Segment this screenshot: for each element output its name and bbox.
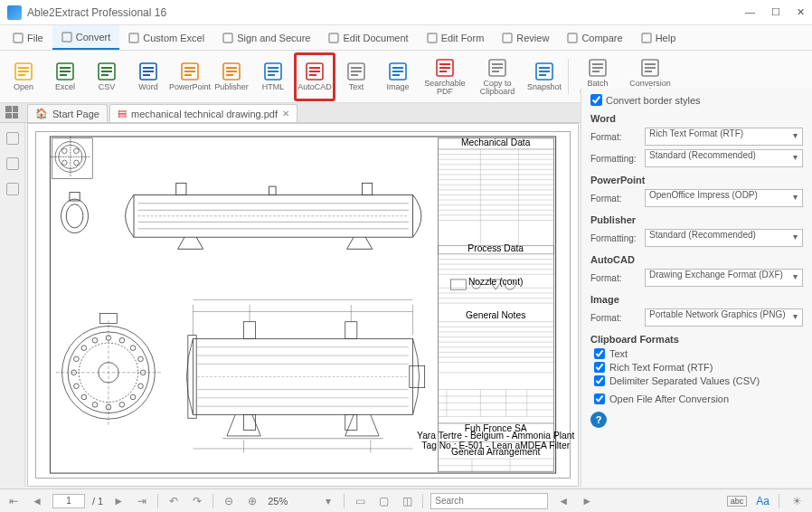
menu-edit-document[interactable]: Edit Document	[319, 25, 417, 50]
autocad-button[interactable]: AutoCAD	[295, 53, 335, 100]
search-next-button[interactable]: ►	[579, 493, 595, 509]
clipboard-delimiter-separated-values-csv--checkbox[interactable]: Delimiter Separated Values (CSV)	[590, 375, 803, 386]
page-number-field[interactable]	[52, 494, 85, 508]
menu-convert[interactable]: Convert	[52, 25, 120, 50]
open-button[interactable]: Open	[4, 53, 43, 100]
svg-rect-1	[62, 33, 71, 42]
svg-rect-26	[184, 67, 195, 69]
image-button[interactable]: Image	[378, 53, 418, 100]
word-button[interactable]: Word	[128, 53, 168, 100]
theme-toggle-icon[interactable]: ☀	[788, 493, 805, 509]
help-icon[interactable]: ?	[590, 412, 607, 428]
svg-rect-60	[539, 74, 546, 76]
attachment-panel-icon[interactable]	[6, 183, 19, 195]
svg-rect-12	[18, 74, 25, 76]
menu-custom-excel[interactable]: Custom Excel	[119, 25, 213, 50]
fit-page-button[interactable]: ▢	[375, 493, 392, 509]
close-button[interactable]: ✕	[797, 6, 805, 18]
grid-view-icon[interactable]	[5, 106, 18, 119]
powerpoint-format-select[interactable]: OpenOffice Impress (ODP)	[645, 189, 803, 207]
menu-review[interactable]: Review	[493, 25, 558, 50]
bookmark-panel-icon[interactable]	[6, 157, 19, 170]
word-format-select[interactable]: Rich Text Format (RTF)	[645, 128, 803, 146]
svg-rect-46	[392, 67, 403, 69]
maximize-button[interactable]: ☐	[771, 6, 780, 18]
csv-icon	[97, 62, 117, 81]
rotate-cw-button[interactable]: ↷	[189, 493, 205, 509]
menu-compare[interactable]: Compare	[558, 25, 631, 50]
batch-icon	[588, 58, 608, 78]
svg-text:Yara Tertre - Belgium - Ammoni: Yara Tertre - Belgium - Ammonia Plant	[417, 431, 574, 441]
svg-rect-44	[351, 74, 358, 76]
title-bar: Able2Extract Professional 16 — ☐ ✕	[0, 0, 812, 25]
svg-point-160	[138, 356, 144, 362]
next-page-button[interactable]: ►	[110, 493, 127, 509]
svg-rect-24	[143, 74, 150, 76]
open-after-conversion-label: Open File After Conversion	[609, 393, 729, 404]
search-input[interactable]	[430, 493, 548, 509]
svg-rect-68	[645, 71, 652, 72]
first-page-button[interactable]: ⇤	[5, 493, 22, 509]
document-viewport[interactable]: Mechanical Data Process Data	[27, 123, 579, 487]
publisher-formatting-select[interactable]: Standard (Recommended)	[645, 229, 803, 247]
svg-point-163	[130, 394, 136, 400]
prev-page-button[interactable]: ◄	[29, 493, 45, 509]
rotate-ccw-button[interactable]: ↶	[165, 493, 182, 509]
search-prev-button[interactable]: ◄	[555, 493, 571, 509]
clipboard-icon	[487, 58, 507, 78]
svg-rect-67	[645, 67, 656, 69]
svg-rect-35	[268, 71, 279, 72]
menu-sign-and-secure[interactable]: Sign and Secure	[213, 25, 319, 50]
text-button[interactable]: Text	[336, 53, 376, 100]
csv-button[interactable]: CSV	[87, 53, 127, 100]
zoom-dropdown-icon[interactable]: ▾	[320, 493, 336, 509]
minimize-button[interactable]: —	[745, 6, 755, 18]
html-button[interactable]: HTML	[253, 53, 293, 100]
clipboard-text-checkbox[interactable]: Text	[590, 348, 803, 359]
fit-width-button[interactable]: ▭	[352, 493, 368, 509]
section-image: Image	[590, 294, 803, 305]
page-canvas: Mechanical Data Process Data	[35, 131, 571, 479]
svg-rect-58	[539, 67, 550, 69]
svg-rect-2	[129, 33, 138, 43]
svg-point-135	[74, 148, 80, 154]
ppt-button[interactable]: PowerPoint	[170, 53, 210, 100]
zoom-level-label[interactable]: 25%	[268, 496, 313, 507]
menu-help[interactable]: Help	[632, 25, 685, 50]
actual-size-button[interactable]: ◫	[399, 493, 415, 509]
word-formatting-select[interactable]: Standard (Recommended)	[645, 149, 803, 167]
snapshot-button[interactable]: Snapshot	[524, 53, 564, 100]
tab-mechanical-technical-drawing-pdf[interactable]: ▤mechanical technical drawing.pdf✕	[109, 104, 297, 122]
excel-button[interactable]: Excel	[45, 53, 85, 100]
convert-border-styles-checkbox[interactable]	[590, 94, 602, 106]
svg-rect-18	[101, 67, 112, 69]
tab-start-page[interactable]: 🏠Start Page	[27, 104, 108, 122]
searchpdf-button[interactable]: Searchable PDF	[420, 53, 470, 100]
svg-rect-47	[392, 71, 403, 72]
svg-rect-43	[351, 71, 362, 72]
open-after-conversion-checkbox[interactable]	[594, 393, 605, 404]
image-format-select[interactable]: Portable Network Graphics (PNG)	[645, 308, 803, 327]
label: Formatting:	[590, 233, 639, 243]
thumbnail-panel-icon[interactable]	[6, 132, 19, 145]
publisher-button[interactable]: Publisher	[212, 53, 251, 100]
zoom-out-button[interactable]: ⊖	[221, 493, 237, 509]
svg-rect-14	[60, 67, 71, 69]
svg-rect-177	[188, 336, 196, 419]
label: Formatting:	[590, 154, 639, 164]
svg-rect-40	[309, 74, 316, 76]
svg-text:Process Data: Process Data	[467, 243, 524, 253]
svg-rect-70	[439, 138, 554, 471]
menu-edit-form[interactable]: Edit Form	[418, 25, 494, 50]
match-case-toggle[interactable]: Aa	[756, 495, 770, 507]
svg-point-171	[81, 346, 87, 351]
clipboard-rich-text-format-rtf--checkbox[interactable]: Rich Text Format (RTF)	[590, 362, 803, 373]
svg-rect-20	[101, 74, 109, 76]
menu-file[interactable]: File	[4, 25, 52, 50]
tab-close-icon[interactable]: ✕	[282, 109, 289, 119]
match-word-toggle[interactable]: abc	[727, 496, 748, 507]
zoom-in-button[interactable]: ⊕	[244, 493, 260, 509]
autocad-format-select[interactable]: Drawing Exchange Format (DXF)	[645, 269, 803, 287]
clipboard-button[interactable]: Copy to Clipboard	[472, 53, 523, 100]
last-page-button[interactable]: ⇥	[134, 493, 150, 509]
